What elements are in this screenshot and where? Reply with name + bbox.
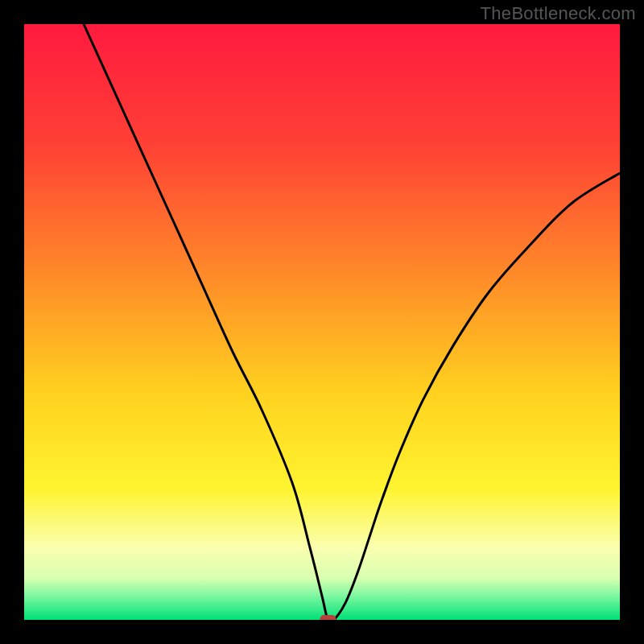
bottleneck-marker: [320, 615, 336, 620]
plot-svg: [24, 24, 620, 620]
watermark-label: TheBottleneck.com: [481, 3, 636, 24]
chart-frame: TheBottleneck.com: [0, 0, 644, 644]
bottleneck-plot: [24, 24, 620, 620]
gradient-background: [24, 24, 620, 620]
